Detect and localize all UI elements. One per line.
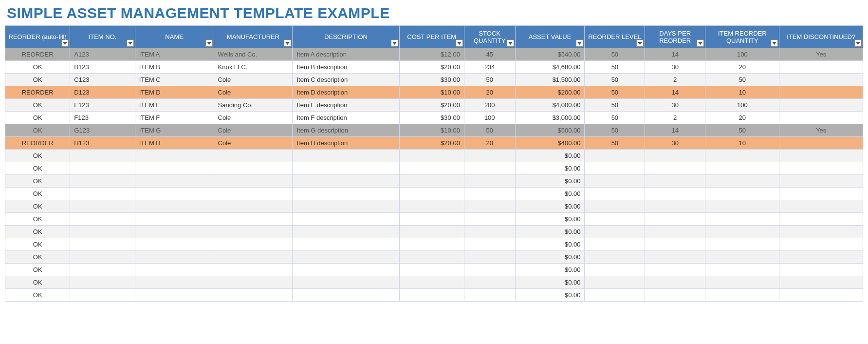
- cell-disc[interactable]: [779, 175, 863, 188]
- cell-manufacturer[interactable]: Cole: [214, 112, 293, 124]
- cell-level[interactable]: [585, 226, 645, 238]
- cell-itemno[interactable]: F123: [70, 112, 135, 124]
- cell-asset[interactable]: $0.00: [515, 226, 585, 238]
- cell-qty[interactable]: 10: [705, 86, 779, 99]
- cell-name[interactable]: [135, 264, 214, 276]
- cell-cost[interactable]: [399, 276, 464, 289]
- cell-days[interactable]: [645, 276, 705, 289]
- cell-days[interactable]: [645, 188, 705, 200]
- cell-itemno[interactable]: [70, 289, 135, 302]
- cell-days[interactable]: [645, 150, 705, 162]
- cell-qty[interactable]: [705, 213, 779, 226]
- cell-status[interactable]: OK: [5, 289, 70, 302]
- filter-dropdown-icon[interactable]: [507, 39, 514, 47]
- cell-itemno[interactable]: [70, 276, 135, 289]
- filter-dropdown-icon[interactable]: [391, 39, 398, 47]
- cell-disc[interactable]: [779, 238, 863, 251]
- cell-stock[interactable]: 234: [464, 61, 515, 74]
- cell-itemno[interactable]: A123: [70, 48, 135, 61]
- cell-name[interactable]: [135, 226, 214, 238]
- filter-dropdown-icon[interactable]: [205, 39, 213, 47]
- cell-qty[interactable]: [705, 226, 779, 238]
- cell-asset[interactable]: $3,000.00: [515, 112, 585, 124]
- cell-asset[interactable]: $0.00: [515, 213, 585, 226]
- cell-days[interactable]: [645, 264, 705, 276]
- cell-stock[interactable]: [464, 213, 515, 226]
- cell-description[interactable]: [293, 226, 399, 238]
- cell-name[interactable]: [135, 188, 214, 200]
- cell-manufacturer[interactable]: [214, 226, 293, 238]
- cell-name[interactable]: [135, 276, 214, 289]
- cell-status[interactable]: OK: [5, 188, 70, 200]
- cell-stock[interactable]: [464, 226, 515, 238]
- cell-qty[interactable]: [705, 150, 779, 162]
- cell-manufacturer[interactable]: [214, 150, 293, 162]
- cell-manufacturer[interactable]: [214, 289, 293, 302]
- cell-name[interactable]: ITEM B: [135, 61, 214, 74]
- cell-itemno[interactable]: [70, 188, 135, 200]
- cell-stock[interactable]: [464, 251, 515, 264]
- cell-stock[interactable]: 200: [464, 99, 515, 112]
- cell-level[interactable]: 50: [585, 137, 645, 150]
- cell-disc[interactable]: [779, 251, 863, 264]
- cell-stock[interactable]: [464, 276, 515, 289]
- cell-itemno[interactable]: [70, 238, 135, 251]
- cell-status[interactable]: OK: [5, 213, 70, 226]
- cell-manufacturer[interactable]: Sanding Co.: [214, 99, 293, 112]
- cell-level[interactable]: [585, 264, 645, 276]
- cell-stock[interactable]: [464, 264, 515, 276]
- cell-manufacturer[interactable]: Cole: [214, 124, 293, 137]
- cell-level[interactable]: [585, 251, 645, 264]
- cell-description[interactable]: [293, 200, 399, 213]
- cell-stock[interactable]: [464, 289, 515, 302]
- cell-cost[interactable]: [399, 150, 464, 162]
- cell-itemno[interactable]: [70, 226, 135, 238]
- cell-asset[interactable]: $0.00: [515, 289, 585, 302]
- cell-cost[interactable]: [399, 188, 464, 200]
- cell-cost[interactable]: [399, 264, 464, 276]
- cell-qty[interactable]: 100: [705, 48, 779, 61]
- cell-disc[interactable]: [779, 61, 863, 74]
- cell-days[interactable]: 2: [645, 112, 705, 124]
- cell-status[interactable]: OK: [5, 276, 70, 289]
- cell-level[interactable]: 50: [585, 61, 645, 74]
- cell-status[interactable]: OK: [5, 124, 70, 137]
- cell-manufacturer[interactable]: Cole: [214, 86, 293, 99]
- cell-days[interactable]: [645, 213, 705, 226]
- cell-disc[interactable]: [779, 99, 863, 112]
- cell-description[interactable]: [293, 162, 399, 175]
- cell-level[interactable]: [585, 213, 645, 226]
- cell-qty[interactable]: 50: [705, 124, 779, 137]
- cell-disc[interactable]: [779, 188, 863, 200]
- cell-cost[interactable]: $30.00: [399, 112, 464, 124]
- cell-asset[interactable]: $0.00: [515, 238, 585, 251]
- cell-qty[interactable]: [705, 188, 779, 200]
- cell-status[interactable]: OK: [5, 74, 70, 86]
- cell-description[interactable]: [293, 175, 399, 188]
- cell-itemno[interactable]: [70, 251, 135, 264]
- cell-cost[interactable]: [399, 213, 464, 226]
- cell-level[interactable]: [585, 238, 645, 251]
- cell-disc[interactable]: [779, 162, 863, 175]
- cell-level[interactable]: 50: [585, 74, 645, 86]
- cell-cost[interactable]: [399, 162, 464, 175]
- cell-asset[interactable]: $0.00: [515, 188, 585, 200]
- cell-description[interactable]: [293, 264, 399, 276]
- cell-qty[interactable]: [705, 289, 779, 302]
- cell-description[interactable]: Item F description: [293, 112, 399, 124]
- cell-days[interactable]: [645, 162, 705, 175]
- cell-cost[interactable]: $20.00: [399, 137, 464, 150]
- cell-itemno[interactable]: H123: [70, 137, 135, 150]
- cell-description[interactable]: [293, 213, 399, 226]
- cell-itemno[interactable]: [70, 162, 135, 175]
- cell-disc[interactable]: [779, 226, 863, 238]
- cell-description[interactable]: Item E description: [293, 99, 399, 112]
- cell-level[interactable]: 50: [585, 99, 645, 112]
- cell-stock[interactable]: 100: [464, 112, 515, 124]
- cell-level[interactable]: [585, 289, 645, 302]
- cell-manufacturer[interactable]: [214, 188, 293, 200]
- filter-dropdown-icon[interactable]: [771, 39, 778, 47]
- cell-status[interactable]: OK: [5, 264, 70, 276]
- cell-manufacturer[interactable]: [214, 200, 293, 213]
- cell-itemno[interactable]: [70, 200, 135, 213]
